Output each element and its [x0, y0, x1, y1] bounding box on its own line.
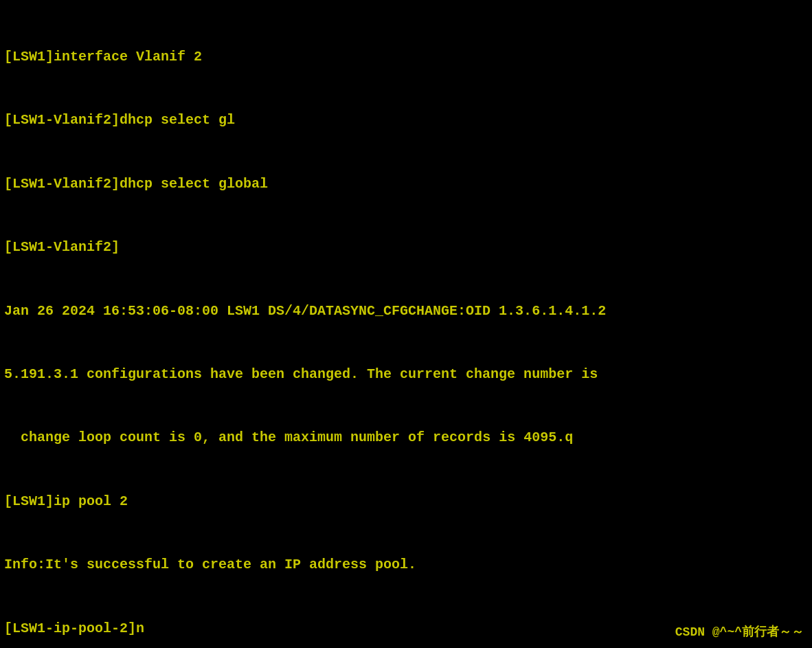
terminal-line-9: Info:It's successful to create an IP add… — [4, 555, 808, 575]
watermark-text: CSDN @^~^前行者～～ — [675, 623, 804, 643]
terminal-line-7: change loop count is 0, and the maximum … — [4, 427, 808, 448]
terminal-content: [LSW1]interface Vlanif 2 [LSW1-Vlanif2]d… — [0, 0, 812, 648]
terminal-line-6: 5.191.3.1 configurations have been chang… — [4, 364, 808, 385]
terminal-line-3: [LSW1-Vlanif2]dhcp select global — [4, 174, 808, 194]
terminal-line-2: [LSW1-Vlanif2]dhcp select gl — [4, 110, 808, 131]
terminal-line-1: [LSW1]interface Vlanif 2 — [4, 47, 808, 67]
terminal-line-5: Jan 26 2024 16:53:06-08:00 LSW1 DS/4/DAT… — [4, 301, 808, 322]
terminal-line-4: [LSW1-Vlanif2] — [4, 237, 808, 258]
terminal-window: [LSW1]interface Vlanif 2 [LSW1-Vlanif2]d… — [0, 0, 812, 648]
terminal-line-8: [LSW1]ip pool 2 — [4, 491, 808, 512]
